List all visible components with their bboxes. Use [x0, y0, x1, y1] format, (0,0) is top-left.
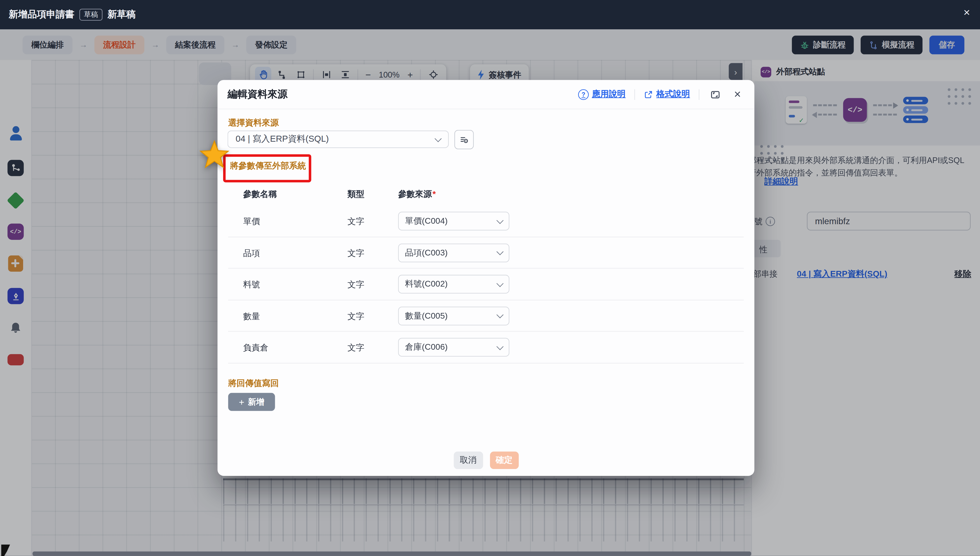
modal-footer: 取消 確定 [217, 452, 754, 469]
external-link-icon [644, 90, 653, 99]
page-title: 新增品項申請書 [9, 9, 75, 21]
select-source-label: 選擇資料來源 [228, 117, 279, 129]
preview-source-button[interactable] [454, 130, 474, 149]
annotation-star-icon [199, 140, 230, 171]
params-table-header: 參數名稱 類型 參數來源* [228, 189, 744, 205]
param-source-select[interactable]: 料號(C002) [398, 275, 509, 294]
param-source-value: 倉庫(C006) [405, 342, 448, 353]
param-row: 負責倉 文字 倉庫(C006) [228, 332, 744, 364]
chevron-down-icon [434, 135, 442, 142]
param-row: 數量 文字 數量(C005) [228, 300, 744, 332]
param-type: 文字 [347, 248, 364, 259]
preview-list-icon [459, 134, 469, 144]
param-row: 品項 文字 品項(C003) [228, 237, 744, 269]
params-table: 單價 文字 單價(C004) 品項 文字 品項(C003) [228, 205, 744, 364]
app-root: 新增品項申請書 草稿 新草稿 × 欄位編排 → 流程設計 → 結案後流程 → 發… [0, 0, 980, 556]
usage-help-link[interactable]: ? 應用說明 [578, 89, 625, 100]
data-source-select[interactable]: 04 | 寫入ERP資料(SQL) [228, 131, 449, 148]
param-row: 料號 文字 料號(C002) [228, 269, 744, 300]
param-source-select[interactable]: 品項(C003) [398, 243, 509, 262]
annotation-red-box [223, 154, 311, 183]
param-type: 文字 [347, 311, 364, 322]
param-type: 文字 [347, 280, 364, 291]
data-source-value: 04 | 寫入ERP資料(SQL) [236, 134, 329, 145]
chevron-down-icon [496, 280, 504, 287]
modal-header: 編輯資料來源 ? 應用說明 格式說明 × [217, 80, 754, 109]
header-divider [699, 89, 700, 100]
param-source-value: 料號(C002) [405, 279, 448, 290]
expand-modal-icon[interactable] [708, 87, 722, 101]
edit-data-source-modal: 編輯資料來源 ? 應用說明 格式說明 × 選擇資料來源 04 | [217, 80, 754, 476]
close-modal-icon[interactable]: × [731, 87, 744, 101]
param-name: 單價 [243, 216, 260, 227]
modal-title: 編輯資料來源 [228, 88, 288, 101]
param-source-value: 單價(C004) [405, 215, 448, 227]
param-source-select[interactable]: 單價(C004) [398, 212, 509, 230]
cancel-button[interactable]: 取消 [454, 452, 483, 469]
chevron-down-icon [496, 312, 504, 318]
param-type: 文字 [347, 343, 364, 354]
confirm-button[interactable]: 確定 [490, 452, 518, 469]
add-writeback-button[interactable]: + 新增 [228, 393, 275, 411]
param-source-value: 品項(C003) [405, 247, 448, 258]
param-name: 品項 [243, 248, 260, 259]
add-button-label: 新增 [248, 396, 264, 407]
draft-name: 新草稿 [107, 9, 136, 21]
column-param-source: 參數來源* [398, 189, 436, 200]
param-name: 料號 [243, 280, 260, 291]
format-help-link[interactable]: 格式說明 [644, 89, 690, 100]
column-param-type: 類型 [347, 189, 364, 200]
param-source-select[interactable]: 數量(C005) [398, 307, 509, 325]
column-param-name: 參數名稱 [243, 189, 277, 200]
param-source-select[interactable]: 倉庫(C006) [398, 338, 509, 357]
required-asterisk: * [432, 189, 436, 199]
plus-icon: + [239, 397, 244, 407]
window-title-bar: 新增品項申請書 草稿 新草稿 × [0, 0, 980, 29]
close-window-icon[interactable]: × [963, 7, 970, 18]
param-name: 負責倉 [243, 343, 268, 354]
chevron-down-icon [496, 217, 504, 224]
param-source-value: 數量(C005) [405, 310, 448, 322]
writeback-section-label: 將回傳值寫回 [228, 378, 279, 389]
chevron-down-icon [496, 248, 504, 255]
draft-status-badge: 草稿 [79, 9, 102, 21]
question-circle-icon: ? [578, 89, 589, 100]
header-divider [634, 89, 635, 100]
chevron-down-icon [496, 343, 504, 350]
param-type: 文字 [347, 216, 364, 227]
param-name: 數量 [243, 311, 260, 322]
mouse-cursor [1, 545, 10, 556]
param-row: 單價 文字 單價(C004) [228, 205, 744, 237]
